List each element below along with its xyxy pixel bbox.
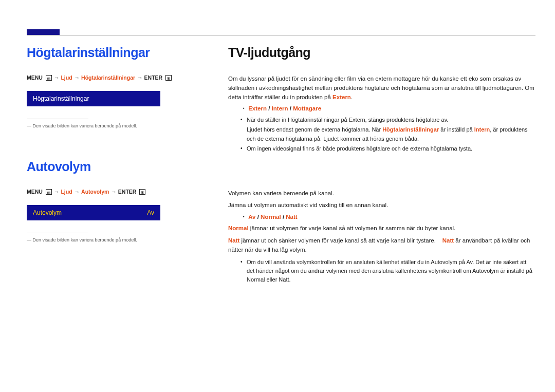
image-disclaimer: Den visade bilden kan variera beroende p… (27, 237, 212, 242)
li-autovol: Autovolym (431, 259, 457, 265)
normal-label: Normal (228, 225, 249, 231)
path-arrow-1: → (54, 189, 59, 195)
enter-icon: E (165, 75, 172, 81)
menu-icon: m (46, 189, 52, 195)
li-end: , stängs produktens högtalare av. (365, 117, 449, 123)
menu-path: MENU m → Ljud → Autovolym → ENTER E (27, 189, 212, 195)
opt-sep-1: / (267, 105, 272, 111)
li-normal: Normal (247, 276, 265, 283)
av-line-2: Jämna ut volymen automatiskt vid växling… (228, 201, 535, 210)
footnote-rule (27, 233, 88, 233)
li-text: Om ingen videosignal finns är både produ… (247, 145, 472, 152)
path-menu-label: MENU (27, 189, 43, 195)
normal-desc: Normal jämnar ut volymen för varje kanal… (228, 224, 535, 233)
opt-sep-2: / (281, 214, 286, 220)
natt-desc: Natt jämnar ut och sänker volymen för va… (228, 236, 535, 255)
sub-intern: Intern (474, 126, 490, 133)
opt-av: Av (248, 214, 255, 220)
option-list: ・ Extern / Intern / Mottagare (240, 105, 535, 113)
li-pre: Om du vill använda volymkontrollen för e… (247, 259, 431, 265)
natt-text-1: jämnar ut och sänker volymen för varje k… (239, 237, 437, 244)
menubox-label: Högtalarinställningar (33, 95, 89, 102)
opt-extern: Extern (248, 105, 267, 111)
list-item: Om ingen videosignal finns är både produ… (240, 144, 535, 153)
path-enter-label: ENTER (118, 189, 137, 195)
menubox-speaker[interactable]: Högtalarinställningar (27, 91, 160, 106)
li-autovol-2: Autovolym (472, 268, 498, 274)
path-part-sound: Ljud (61, 189, 72, 195)
sub-mid: är inställd på (439, 126, 474, 133)
li-av: Av (466, 259, 472, 265)
path-arrow-2: → (75, 189, 80, 195)
section-tv-audio-out: TV-ljudutgång Om du lyssnar på ljudet fö… (228, 45, 535, 153)
opt-sep-2: / (288, 105, 293, 111)
li-text-pre: När du ställer in (247, 117, 288, 123)
path-arrow-3: → (111, 189, 116, 195)
menubox-speaker-wrap: Högtalarinställningar (27, 91, 212, 106)
sub-pre: Ljudet hörs endast genom de externa högt… (247, 126, 382, 133)
opt-mottagare: Mottagare (293, 105, 321, 111)
intro-paragraph: Om du lyssnar på ljudet för en sändning … (228, 74, 535, 102)
li-mid4: eller (265, 276, 279, 283)
path-enter-label: ENTER (144, 74, 163, 81)
vertical-spacer (27, 128, 212, 159)
menu-icon: m (46, 75, 52, 81)
image-disclaimer: Den visade bilden kan variera beroende p… (27, 123, 212, 128)
list-item: Om du vill använda volymkontrollen för e… (240, 258, 535, 284)
path-part-speaker: Högtalarinställningar (81, 74, 135, 81)
path-arrow-2: → (75, 74, 80, 81)
li-extern: Extern (349, 117, 365, 123)
left-column: Högtalarinställningar MENU m → Ljud → Hö… (27, 45, 212, 285)
path-arrow-3: → (137, 74, 142, 81)
page-body: Högtalarinställningar MENU m → Ljud → Hö… (27, 45, 535, 285)
section-title: TV-ljudutgång (228, 45, 535, 60)
footnote-rule (27, 119, 88, 119)
page-top-rule (27, 35, 535, 35)
option-list: ・ Av / Normal / Natt (240, 213, 535, 221)
bullet-dot: ・ (240, 105, 247, 111)
opt-normal: Normal (261, 214, 281, 220)
section-speaker-settings: Högtalarinställningar MENU m → Ljud → Hö… (27, 45, 212, 128)
path-part-sound: Ljud (61, 74, 72, 81)
section-title: Högtalarinställningar (27, 45, 212, 60)
path-arrow-1: → (54, 74, 59, 81)
path-part-autovol: Autovolym (81, 189, 109, 195)
natt-label-2: Natt (442, 237, 454, 244)
intro-text: Om du lyssnar på ljudet för en sändning … (228, 76, 534, 100)
section-autovolume-right: Volymen kan variera beroende på kanal. J… (228, 189, 535, 284)
li-mid1: på (457, 259, 467, 265)
sub-note: Ljudet hörs endast genom de externa högt… (247, 125, 535, 143)
list-item: När du ställer in Högtalarinställningar … (240, 116, 535, 124)
li-mid: på (339, 117, 348, 123)
intro-extern: Extern (332, 94, 351, 100)
menubox-label: Autovolym (33, 209, 62, 216)
section-autovolume-left: Autovolym MENU m → Ljud → Autovolym → EN… (27, 159, 212, 242)
enter-icon: E (139, 189, 145, 195)
opt-sep-1: / (255, 214, 261, 220)
bullet-dot: ・ (240, 214, 247, 220)
menubox-value: Av (147, 209, 154, 216)
natt-label: Natt (228, 237, 239, 244)
li-end: . (289, 276, 291, 283)
li-natt: Natt (279, 276, 289, 283)
section-title: Autovolym (27, 159, 212, 174)
path-menu-label: MENU (27, 74, 43, 81)
opt-natt: Natt (286, 214, 297, 220)
page-accent-bar (27, 29, 60, 35)
menubox-autovol-wrap: Autovolym Av (27, 205, 212, 220)
note-list: Om du vill använda volymkontrollen för e… (240, 258, 535, 284)
right-column: TV-ljudutgång Om du lyssnar på ljudet fö… (228, 45, 535, 285)
menubox-autovolume[interactable]: Autovolym Av (27, 205, 160, 220)
sub-hg: Högtalarinställningar (382, 126, 439, 133)
av-line-1: Volymen kan variera beroende på kanal. (228, 189, 535, 198)
normal-text: jämnar ut volymen för varje kanal så att… (249, 225, 456, 231)
intro-period: . (351, 94, 353, 100)
li-hg: Högtalarinställningar (288, 117, 339, 123)
menu-path: MENU m → Ljud → Högtalarinställningar → … (27, 74, 212, 81)
opt-intern: Intern (272, 105, 288, 111)
note-list: När du ställer in Högtalarinställningar … (240, 116, 535, 124)
li-mid3: är inställd på (498, 268, 532, 274)
note-list-2: Om ingen videosignal finns är både produ… (240, 144, 535, 153)
